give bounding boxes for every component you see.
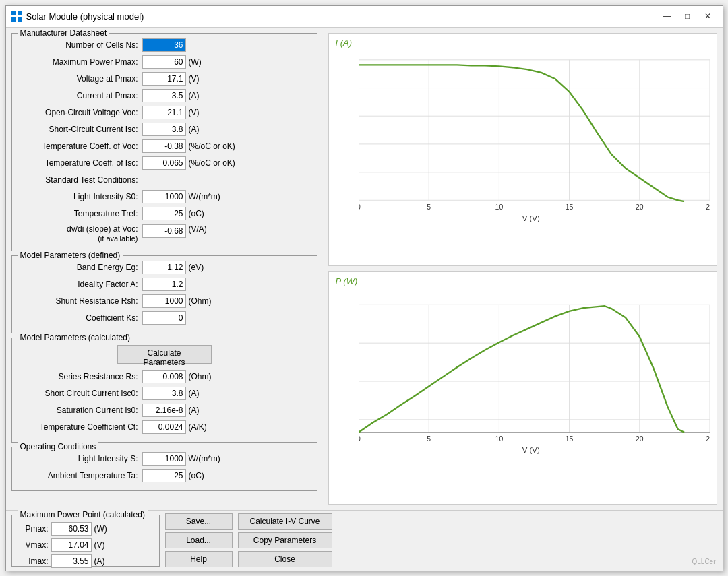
voc-unit: (V) bbox=[189, 108, 200, 117]
vpmax-unit: (V) bbox=[189, 74, 200, 84]
tref-label: Temperature Tref: bbox=[18, 209, 142, 218]
dvdi-label: dv/di (slope) at Voc:(if available) bbox=[18, 223, 142, 244]
ns-input[interactable] bbox=[142, 38, 186, 52]
s-label: Light Intensity S: bbox=[18, 454, 142, 463]
is0-unit: (A) bbox=[189, 406, 200, 415]
stc-label-row: Standard Test Conditions: bbox=[18, 172, 311, 187]
save-button[interactable]: Save... bbox=[165, 513, 233, 530]
mfr-group-title: Manufacturer Datasheet bbox=[18, 28, 110, 38]
minimize-button[interactable]: — bbox=[658, 9, 677, 23]
svg-rect-1 bbox=[18, 11, 22, 15]
ta-input[interactable] bbox=[142, 469, 186, 482]
pv-chart-svg: 60 40 20 0 0 5 10 15 20 25 V (V) bbox=[359, 278, 710, 485]
pmax-calc-unit: (W) bbox=[94, 524, 107, 534]
pmax-input[interactable] bbox=[142, 55, 186, 69]
window-controls: — □ ✕ bbox=[658, 9, 717, 23]
rsh-label: Shunt Resistance Rsh: bbox=[18, 296, 142, 306]
ks-input[interactable] bbox=[142, 311, 186, 325]
dvdi-input[interactable] bbox=[142, 224, 186, 238]
svg-text:V (V): V (V) bbox=[522, 446, 539, 454]
tc-isc-row: Temperature Coeff. of Isc: (%/oC or oK) bbox=[18, 156, 311, 170]
s-input[interactable] bbox=[142, 452, 186, 466]
svg-text:25: 25 bbox=[706, 435, 710, 443]
window-title: Solar Module (physical model) bbox=[26, 11, 658, 22]
is0-row: Saturation Current Is0: (A) bbox=[18, 403, 311, 418]
eg-row: Band Energy Eg: (eV) bbox=[18, 260, 311, 275]
rsh-input[interactable] bbox=[142, 294, 186, 308]
tref-input[interactable] bbox=[142, 207, 186, 220]
isc0-row: Short Circuit Current Isc0: (A) bbox=[18, 386, 311, 401]
a-row: Ideality Factor A: bbox=[18, 277, 311, 292]
rs-input[interactable] bbox=[142, 370, 186, 383]
imax-calc-row: Imax: (A) bbox=[18, 554, 154, 568]
ct-label: Temperature Coefficient Ct: bbox=[18, 422, 142, 432]
manufacturer-datasheet-group: Manufacturer Datasheet Number of Cells N… bbox=[11, 33, 317, 252]
tc-isc-unit: (%/oC or oK) bbox=[189, 158, 235, 168]
ks-row: Coefficient Ks: bbox=[18, 311, 311, 325]
help-button[interactable]: Help bbox=[165, 551, 233, 567]
eg-input[interactable] bbox=[142, 261, 186, 274]
maximize-button[interactable]: □ bbox=[678, 9, 697, 23]
iv-chart-container: I (A) bbox=[328, 33, 717, 266]
svg-text:0: 0 bbox=[359, 435, 361, 443]
imax-calc-input[interactable] bbox=[51, 554, 92, 568]
isc0-input[interactable] bbox=[142, 387, 186, 400]
close-window-button[interactable]: ✕ bbox=[698, 9, 717, 23]
calculate-parameters-button[interactable]: Calculate Parameters bbox=[117, 345, 212, 364]
svg-rect-2 bbox=[11, 17, 16, 22]
left-panel: Manufacturer Datasheet Number of Cells N… bbox=[6, 28, 323, 510]
pmax-unit: (W) bbox=[189, 57, 202, 67]
ipmax-row: Current at Pmax: (A) bbox=[18, 88, 311, 103]
svg-text:10: 10 bbox=[495, 203, 503, 210]
s0-row: Light Intensity S0: W/(m*m) bbox=[18, 189, 311, 204]
vmax-calc-unit: (V) bbox=[94, 540, 105, 550]
isc0-unit: (A) bbox=[189, 389, 200, 398]
eg-unit: (eV) bbox=[189, 263, 204, 272]
ct-input[interactable] bbox=[142, 420, 186, 434]
s-unit: W/(m*m) bbox=[189, 454, 220, 463]
calc-iv-button[interactable]: Calculate I-V Curve bbox=[238, 513, 332, 530]
ipmax-input[interactable] bbox=[142, 89, 186, 102]
tc-isc-input[interactable] bbox=[142, 156, 186, 170]
svg-text:V (V): V (V) bbox=[522, 214, 539, 222]
model-calculated-group: Model Parameters (calculated) Calculate … bbox=[11, 338, 317, 443]
tref-row: Temperature Tref: (oC) bbox=[18, 206, 311, 221]
ns-label: Number of Cells Ns: bbox=[18, 40, 142, 50]
svg-rect-3 bbox=[18, 17, 22, 22]
vpmax-row: Voltage at Pmax: (V) bbox=[18, 71, 311, 86]
voc-input[interactable] bbox=[142, 106, 186, 119]
copy-params-button[interactable]: Copy Parameters bbox=[238, 532, 332, 548]
bottom-bar: Maximum Power Point (calculated) Pmax: (… bbox=[6, 510, 723, 571]
rs-label: Series Resistance Rs: bbox=[18, 372, 142, 381]
pmax-calc-input[interactable] bbox=[51, 522, 92, 536]
pmax-calc-label: Pmax: bbox=[18, 524, 51, 534]
tc-voc-unit: (%/oC or oK) bbox=[189, 141, 235, 151]
isc-input[interactable] bbox=[142, 123, 186, 136]
ks-label: Coefficient Ks: bbox=[18, 313, 142, 323]
vmax-calc-input[interactable] bbox=[51, 538, 92, 552]
tref-unit: (oC) bbox=[189, 209, 204, 218]
title-bar: Solar Module (physical model) — □ ✕ bbox=[6, 6, 723, 28]
s0-input[interactable] bbox=[142, 190, 186, 203]
watermark: QLLCer bbox=[692, 558, 715, 565]
tc-voc-row: Temperature Coeff. of Voc: (%/oC or oK) bbox=[18, 139, 311, 154]
ta-label: Ambient Temperature Ta: bbox=[18, 471, 142, 480]
calc-copy-buttons: Calculate I-V Curve Copy Parameters Clos… bbox=[238, 515, 332, 567]
close-button[interactable]: Close bbox=[238, 551, 332, 567]
rsh-unit: (Ohm) bbox=[189, 296, 212, 306]
is0-input[interactable] bbox=[142, 404, 186, 417]
right-panel: I (A) bbox=[323, 28, 723, 510]
a-label: Ideality Factor A: bbox=[18, 280, 142, 289]
model-calculated-title: Model Parameters (calculated) bbox=[18, 333, 133, 342]
rsh-row: Shunt Resistance Rsh: (Ohm) bbox=[18, 294, 311, 309]
tc-voc-input[interactable] bbox=[142, 139, 186, 153]
mpp-group: Maximum Power Point (calculated) Pmax: (… bbox=[11, 515, 160, 567]
vpmax-label: Voltage at Pmax: bbox=[18, 74, 142, 84]
ta-row: Ambient Temperature Ta: (oC) bbox=[18, 468, 311, 483]
vpmax-input[interactable] bbox=[142, 72, 186, 86]
pmax-row: Maximum Power Pmax: (W) bbox=[18, 55, 311, 69]
pmax-label: Maximum Power Pmax: bbox=[18, 57, 142, 67]
ct-row: Temperature Coefficient Ct: (A/K) bbox=[18, 420, 311, 435]
a-input[interactable] bbox=[142, 278, 186, 291]
load-button[interactable]: Load... bbox=[165, 532, 233, 548]
